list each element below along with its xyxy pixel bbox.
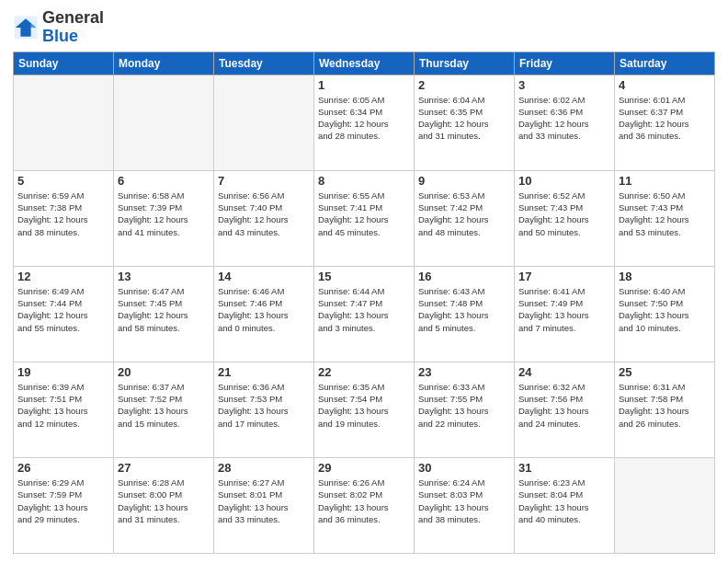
day-info: Sunrise: 6:39 AM Sunset: 7:51 PM Dayligh… <box>17 381 109 430</box>
day-info: Sunrise: 6:32 AM Sunset: 7:56 PM Dayligh… <box>518 381 610 430</box>
day-number: 13 <box>118 270 210 283</box>
day-cell: 30Sunrise: 6:24 AM Sunset: 8:03 PM Dayli… <box>415 457 515 553</box>
day-info: Sunrise: 6:31 AM Sunset: 7:58 PM Dayligh… <box>619 381 711 430</box>
day-number: 23 <box>418 365 510 379</box>
day-number: 4 <box>619 78 711 92</box>
day-info: Sunrise: 6:50 AM Sunset: 7:43 PM Dayligh… <box>619 190 711 238</box>
day-info: Sunrise: 6:23 AM Sunset: 8:04 PM Dayligh… <box>518 477 610 525</box>
day-number: 12 <box>17 270 109 283</box>
day-cell <box>114 75 214 170</box>
week-row-3: 12Sunrise: 6:49 AM Sunset: 7:44 PM Dayli… <box>14 266 715 362</box>
day-info: Sunrise: 6:05 AM Sunset: 6:34 PM Dayligh… <box>318 94 410 143</box>
header-cell-sunday: Sunday <box>14 52 114 75</box>
day-number: 25 <box>619 365 711 379</box>
day-number: 2 <box>418 78 510 92</box>
logo-line1: General <box>42 9 104 28</box>
day-cell: 1Sunrise: 6:05 AM Sunset: 6:34 PM Daylig… <box>314 75 415 170</box>
logo: General Blue <box>13 9 104 46</box>
day-cell <box>14 75 114 170</box>
day-cell: 22Sunrise: 6:35 AM Sunset: 7:54 PM Dayli… <box>314 362 415 457</box>
day-cell: 18Sunrise: 6:40 AM Sunset: 7:50 PM Dayli… <box>615 266 715 362</box>
day-cell: 31Sunrise: 6:23 AM Sunset: 8:04 PM Dayli… <box>515 457 615 553</box>
logo-line2: Blue <box>42 28 104 46</box>
day-cell: 13Sunrise: 6:47 AM Sunset: 7:45 PM Dayli… <box>114 266 214 362</box>
day-info: Sunrise: 6:26 AM Sunset: 8:02 PM Dayligh… <box>318 477 410 525</box>
day-cell: 9Sunrise: 6:53 AM Sunset: 7:42 PM Daylig… <box>415 170 515 266</box>
week-row-5: 26Sunrise: 6:29 AM Sunset: 7:59 PM Dayli… <box>14 457 715 553</box>
day-cell: 5Sunrise: 6:59 AM Sunset: 7:38 PM Daylig… <box>14 170 114 266</box>
day-cell: 8Sunrise: 6:55 AM Sunset: 7:41 PM Daylig… <box>314 170 415 266</box>
day-number: 24 <box>518 365 610 379</box>
day-number: 31 <box>518 461 610 475</box>
calendar-table: SundayMondayTuesdayWednesdayThursdayFrid… <box>13 52 715 554</box>
calendar-header: SundayMondayTuesdayWednesdayThursdayFrid… <box>14 52 715 75</box>
day-cell: 15Sunrise: 6:44 AM Sunset: 7:47 PM Dayli… <box>314 266 415 362</box>
day-number: 9 <box>418 174 510 188</box>
day-cell: 12Sunrise: 6:49 AM Sunset: 7:44 PM Dayli… <box>14 266 114 362</box>
day-info: Sunrise: 6:40 AM Sunset: 7:50 PM Dayligh… <box>619 285 711 334</box>
day-cell: 14Sunrise: 6:46 AM Sunset: 7:46 PM Dayli… <box>214 266 314 362</box>
header-cell-thursday: Thursday <box>415 52 515 75</box>
day-number: 8 <box>318 174 410 188</box>
day-number: 7 <box>218 174 310 188</box>
day-cell <box>615 457 715 553</box>
week-row-1: 1Sunrise: 6:05 AM Sunset: 6:34 PM Daylig… <box>14 75 715 170</box>
day-number: 19 <box>17 365 109 379</box>
day-cell: 17Sunrise: 6:41 AM Sunset: 7:49 PM Dayli… <box>515 266 615 362</box>
header: General Blue <box>13 9 715 46</box>
day-number: 3 <box>518 78 610 92</box>
day-number: 27 <box>118 461 210 475</box>
day-info: Sunrise: 6:55 AM Sunset: 7:41 PM Dayligh… <box>318 190 410 238</box>
header-cell-wednesday: Wednesday <box>314 52 415 75</box>
day-info: Sunrise: 6:29 AM Sunset: 7:59 PM Dayligh… <box>17 477 109 525</box>
day-cell: 28Sunrise: 6:27 AM Sunset: 8:01 PM Dayli… <box>214 457 314 553</box>
day-number: 29 <box>318 461 410 475</box>
day-info: Sunrise: 6:33 AM Sunset: 7:55 PM Dayligh… <box>418 381 510 430</box>
day-info: Sunrise: 6:53 AM Sunset: 7:42 PM Dayligh… <box>418 190 510 238</box>
day-cell: 24Sunrise: 6:32 AM Sunset: 7:56 PM Dayli… <box>515 362 615 457</box>
day-number: 20 <box>118 365 210 379</box>
day-number: 28 <box>218 461 310 475</box>
day-info: Sunrise: 6:36 AM Sunset: 7:53 PM Dayligh… <box>218 381 310 430</box>
header-cell-saturday: Saturday <box>615 52 715 75</box>
day-number: 5 <box>17 174 109 188</box>
day-cell: 23Sunrise: 6:33 AM Sunset: 7:55 PM Dayli… <box>415 362 515 457</box>
day-cell: 6Sunrise: 6:58 AM Sunset: 7:39 PM Daylig… <box>114 170 214 266</box>
week-row-2: 5Sunrise: 6:59 AM Sunset: 7:38 PM Daylig… <box>14 170 715 266</box>
day-cell: 2Sunrise: 6:04 AM Sunset: 6:35 PM Daylig… <box>415 75 515 170</box>
day-info: Sunrise: 6:01 AM Sunset: 6:37 PM Dayligh… <box>619 94 711 143</box>
day-info: Sunrise: 6:47 AM Sunset: 7:45 PM Dayligh… <box>118 285 210 334</box>
day-info: Sunrise: 6:41 AM Sunset: 7:49 PM Dayligh… <box>518 285 610 334</box>
day-cell: 19Sunrise: 6:39 AM Sunset: 7:51 PM Dayli… <box>14 362 114 457</box>
day-cell: 10Sunrise: 6:52 AM Sunset: 7:43 PM Dayli… <box>515 170 615 266</box>
day-info: Sunrise: 6:35 AM Sunset: 7:54 PM Dayligh… <box>318 381 410 430</box>
day-number: 11 <box>619 174 711 188</box>
day-number: 26 <box>17 461 109 475</box>
header-cell-monday: Monday <box>114 52 214 75</box>
header-cell-friday: Friday <box>515 52 615 75</box>
day-info: Sunrise: 6:02 AM Sunset: 6:36 PM Dayligh… <box>518 94 610 143</box>
day-number: 21 <box>218 365 310 379</box>
day-info: Sunrise: 6:27 AM Sunset: 8:01 PM Dayligh… <box>218 477 310 525</box>
day-cell <box>214 75 314 170</box>
day-info: Sunrise: 6:04 AM Sunset: 6:35 PM Dayligh… <box>418 94 510 143</box>
day-info: Sunrise: 6:46 AM Sunset: 7:46 PM Dayligh… <box>218 285 310 334</box>
day-cell: 20Sunrise: 6:37 AM Sunset: 7:52 PM Dayli… <box>114 362 214 457</box>
logo-icon <box>13 15 39 40</box>
day-cell: 21Sunrise: 6:36 AM Sunset: 7:53 PM Dayli… <box>214 362 314 457</box>
day-cell: 11Sunrise: 6:50 AM Sunset: 7:43 PM Dayli… <box>615 170 715 266</box>
header-row: SundayMondayTuesdayWednesdayThursdayFrid… <box>14 52 715 75</box>
day-number: 1 <box>318 78 410 92</box>
day-info: Sunrise: 6:56 AM Sunset: 7:40 PM Dayligh… <box>218 190 310 238</box>
day-number: 14 <box>218 270 310 283</box>
day-cell: 25Sunrise: 6:31 AM Sunset: 7:58 PM Dayli… <box>615 362 715 457</box>
day-number: 18 <box>619 270 711 283</box>
day-number: 10 <box>518 174 610 188</box>
day-info: Sunrise: 6:59 AM Sunset: 7:38 PM Dayligh… <box>17 190 109 238</box>
day-info: Sunrise: 6:37 AM Sunset: 7:52 PM Dayligh… <box>118 381 210 430</box>
calendar-body: 1Sunrise: 6:05 AM Sunset: 6:34 PM Daylig… <box>14 75 715 553</box>
day-number: 6 <box>118 174 210 188</box>
page: General Blue SundayMondayTuesdayWednesda… <box>0 0 728 563</box>
day-cell: 27Sunrise: 6:28 AM Sunset: 8:00 PM Dayli… <box>114 457 214 553</box>
day-number: 17 <box>518 270 610 283</box>
